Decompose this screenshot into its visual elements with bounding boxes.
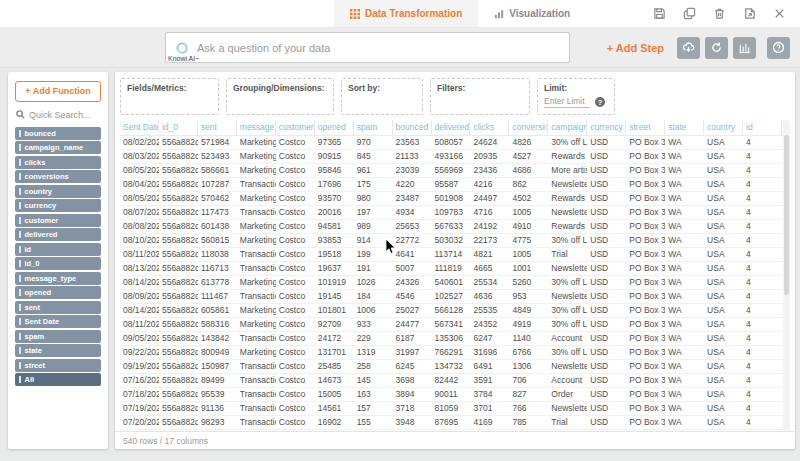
field-pill-currency[interactable]: currency: [15, 199, 101, 212]
column-header-delivered[interactable]: delivered: [432, 120, 471, 135]
export-icon[interactable]: [743, 7, 756, 20]
table-cell: USD: [587, 290, 626, 303]
table-cell: 3701: [470, 402, 509, 415]
field-pill-conversions[interactable]: conversions: [15, 170, 101, 183]
field-pill-spam[interactable]: spam: [15, 330, 101, 343]
table-cell: USD: [587, 388, 626, 401]
table-cell: More artis...: [548, 430, 587, 431]
table-cell: 113714: [432, 248, 471, 261]
column-header-currency[interactable]: currency: [587, 120, 626, 135]
tab-data-transformation[interactable]: Data Transformation: [334, 0, 478, 27]
field-pill-id[interactable]: id: [15, 243, 101, 256]
close-icon[interactable]: [773, 7, 786, 20]
table-cell: Costco: [276, 388, 315, 401]
tab-visualization[interactable]: Visualization: [478, 0, 586, 27]
column-header-street[interactable]: street: [626, 120, 665, 135]
column-header-sent-date[interactable]: Sent Date: [120, 120, 159, 135]
sort-by-dropzone[interactable]: Sort by:: [341, 78, 423, 115]
column-header-message-t[interactable]: message_t...: [237, 120, 276, 135]
ask-question-input[interactable]: Ask a question of your data Knowi AI~: [165, 32, 570, 63]
table-cell: 191: [354, 262, 393, 275]
field-pill-label: All: [25, 375, 35, 384]
filters-dropzone[interactable]: Filters:: [430, 78, 530, 115]
copy-icon[interactable]: [683, 7, 696, 20]
fields-metrics-dropzone[interactable]: Fields/Metrics:: [120, 78, 219, 115]
table-cell: 617096: [432, 430, 471, 431]
table-cell: 143842: [198, 332, 237, 345]
field-pill-country[interactable]: country: [15, 185, 101, 198]
table-cell: Marketing: [237, 164, 276, 177]
table-cell: 3948: [393, 416, 432, 429]
table-cell: 111467: [198, 290, 237, 303]
column-header-clicks[interactable]: clicks: [470, 120, 509, 135]
column-header-state[interactable]: state: [665, 120, 704, 135]
column-header-opened[interactable]: opened: [315, 120, 354, 135]
field-pill-street[interactable]: street: [15, 359, 101, 372]
column-header-conversions[interactable]: conversions: [509, 120, 548, 135]
vertical-scrollbar[interactable]: [783, 120, 790, 431]
table-cell: USA: [704, 346, 743, 359]
refresh-icon: [710, 41, 723, 54]
table-cell: 25534: [470, 276, 509, 289]
column-header-country[interactable]: country: [704, 120, 743, 135]
field-pill-label: conversions: [25, 172, 69, 181]
table-cell: 135306: [432, 332, 471, 345]
table-cell: 523493: [198, 150, 237, 163]
table-row: 09/05/202...556a882d...143842Transactio.…: [120, 332, 790, 346]
field-pill-message-type[interactable]: message_type: [15, 272, 101, 285]
field-pill-id-0[interactable]: id_0: [15, 257, 101, 270]
column-header-id-0[interactable]: id_0: [159, 120, 198, 135]
refresh-button[interactable]: [705, 37, 728, 59]
field-pill-state[interactable]: state: [15, 344, 101, 357]
table-cell: 556969: [432, 164, 471, 177]
table-row: 08/13/202...556a882c...116713Transactio.…: [120, 262, 790, 276]
field-pill-campaign-name[interactable]: campaign_name: [15, 141, 101, 154]
column-header-customer[interactable]: customer: [276, 120, 315, 135]
save-icon[interactable]: [653, 7, 666, 20]
grouping-dimensions-dropzone[interactable]: Grouping/Dimensions:: [226, 78, 334, 115]
table-cell: 14673: [315, 374, 354, 387]
quick-search-input[interactable]: Quick Search...: [16, 110, 100, 120]
table-cell: WA: [665, 304, 704, 317]
column-header-id[interactable]: id: [743, 120, 782, 135]
table-cell: 567341: [432, 318, 471, 331]
query-toolbar: Ask a question of your data Knowi AI~ + …: [0, 28, 800, 68]
table-cell: 82442: [432, 374, 471, 387]
drag-handle-icon: [19, 202, 21, 209]
cloud-download-button[interactable]: [677, 37, 700, 59]
table-cell: WA: [665, 360, 704, 373]
add-function-button[interactable]: + Add Function: [15, 81, 101, 102]
table-cell: WA: [665, 178, 704, 191]
field-pill-all[interactable]: All: [15, 373, 101, 386]
field-pill-bounced[interactable]: bounced: [15, 127, 101, 140]
column-header-spam[interactable]: spam: [354, 120, 393, 135]
field-pill-sent[interactable]: sent: [15, 301, 101, 314]
add-step-button[interactable]: + Add Step: [607, 42, 664, 54]
field-pill-clicks[interactable]: clicks: [15, 156, 101, 169]
table-cell: Order: [548, 388, 587, 401]
chart-settings-button[interactable]: [733, 37, 756, 59]
table-cell: 22772: [393, 234, 432, 247]
drag-handle-icon: [19, 347, 21, 354]
table-cell: 556a882c...: [159, 178, 198, 191]
field-pill-opened[interactable]: opened: [15, 286, 101, 299]
table-cell: 07/16/202...: [120, 374, 159, 387]
limit-input[interactable]: [544, 96, 590, 108]
limit-help-icon[interactable]: ?: [595, 97, 605, 107]
trash-icon[interactable]: [713, 7, 726, 20]
scrollbar-thumb[interactable]: [784, 135, 789, 295]
column-header-campaign[interactable]: campaign_...: [548, 120, 587, 135]
column-header-sent[interactable]: sent: [198, 120, 237, 135]
column-header-bounced[interactable]: bounced: [393, 120, 432, 135]
field-pill-delivered[interactable]: delivered: [15, 228, 101, 241]
table-cell: WA: [665, 248, 704, 261]
field-pill-customer[interactable]: customer: [15, 214, 101, 227]
table-cell: 4: [743, 304, 782, 317]
table-cell: USD: [587, 360, 626, 373]
help-button[interactable]: [767, 37, 790, 59]
table-cell: 933: [354, 318, 393, 331]
table-cell: Costco: [276, 318, 315, 331]
table-cell: 556a882c...: [159, 206, 198, 219]
table-cell: 24352: [470, 318, 509, 331]
field-pill-sent-date[interactable]: Sent Date: [15, 315, 101, 328]
